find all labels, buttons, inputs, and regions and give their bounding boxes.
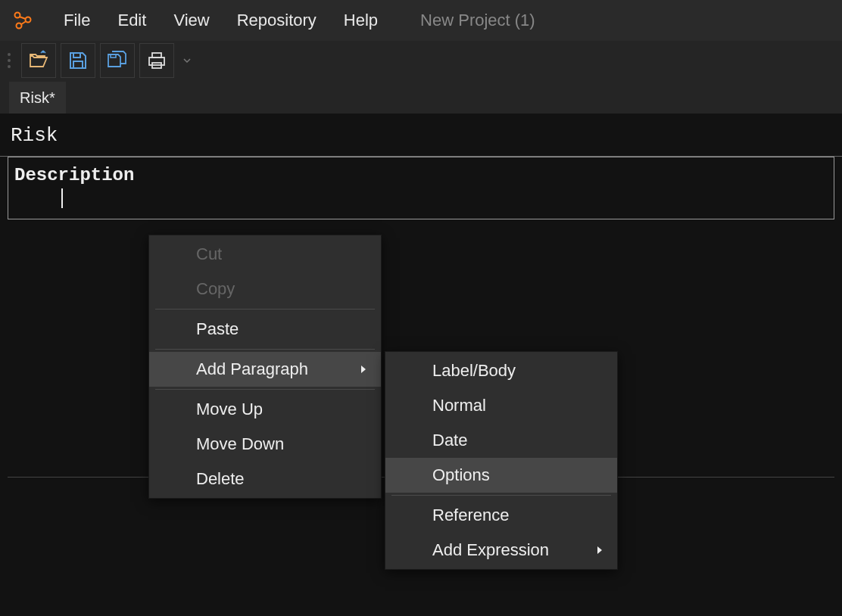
chevron-right-icon	[360, 359, 367, 379]
chevron-down-icon	[183, 57, 191, 64]
toolbar-handle[interactable]	[8, 50, 14, 71]
field-label-description: Description	[8, 157, 834, 188]
ctx-separator	[391, 495, 611, 496]
sub-add-expression[interactable]: Add Expression	[385, 533, 617, 568]
chevron-right-icon	[596, 540, 603, 560]
ctx-delete[interactable]: Delete	[149, 462, 381, 496]
project-name: New Project (1)	[420, 11, 535, 30]
description-input[interactable]	[8, 188, 834, 219]
menu-repository[interactable]: Repository	[223, 0, 330, 41]
document-section: Description	[8, 157, 834, 219]
ctx-separator	[155, 309, 375, 310]
ctx-separator	[155, 389, 375, 390]
sub-label-body[interactable]: Label/Body	[385, 353, 617, 388]
save-icon	[68, 51, 88, 70]
save-all-button[interactable]	[100, 43, 135, 78]
sub-date[interactable]: Date	[385, 423, 617, 458]
svg-rect-6	[73, 61, 83, 68]
page-title: Risk	[0, 114, 842, 157]
svg-rect-9	[152, 53, 161, 58]
ctx-copy: Copy	[149, 272, 381, 306]
svg-line-3	[20, 17, 27, 19]
tabbar: Risk*	[0, 80, 842, 114]
menu-help[interactable]: Help	[330, 0, 391, 41]
ctx-move-down[interactable]: Move Down	[149, 427, 381, 462]
sub-options[interactable]: Options	[385, 458, 617, 493]
ctx-paste[interactable]: Paste	[149, 312, 381, 347]
svg-rect-7	[111, 54, 116, 58]
ctx-move-up[interactable]: Move Up	[149, 392, 381, 427]
sub-normal[interactable]: Normal	[385, 388, 617, 423]
submenu-add-paragraph: Label/Body Normal Date Options Reference…	[385, 351, 618, 570]
svg-rect-5	[73, 53, 80, 58]
print-button[interactable]	[139, 43, 174, 78]
svg-rect-8	[149, 58, 164, 65]
ctx-add-paragraph[interactable]: Add Paragraph	[149, 352, 381, 387]
toolbar-overflow[interactable]	[183, 56, 192, 65]
menubar: File Edit View Repository Help New Proje…	[0, 0, 842, 41]
open-button[interactable]	[21, 43, 56, 78]
ctx-add-paragraph-label: Add Paragraph	[196, 359, 308, 379]
sub-add-expression-label: Add Expression	[432, 540, 549, 560]
toolbar	[0, 41, 842, 80]
print-icon	[147, 51, 167, 70]
app-logo-icon	[12, 10, 33, 31]
save-all-icon	[107, 50, 128, 71]
menu-view[interactable]: View	[160, 0, 223, 41]
ctx-cut: Cut	[149, 237, 381, 272]
text-caret	[61, 188, 63, 208]
context-menu: Cut Copy Paste Add Paragraph Move Up Mov…	[148, 235, 382, 499]
tab-risk[interactable]: Risk*	[9, 82, 66, 114]
open-folder-icon	[28, 50, 49, 71]
save-button[interactable]	[61, 43, 95, 78]
menu-file[interactable]: File	[50, 0, 104, 41]
svg-line-4	[21, 21, 27, 25]
menu-edit[interactable]: Edit	[104, 0, 160, 41]
sub-reference[interactable]: Reference	[385, 498, 617, 533]
ctx-separator	[155, 349, 375, 350]
